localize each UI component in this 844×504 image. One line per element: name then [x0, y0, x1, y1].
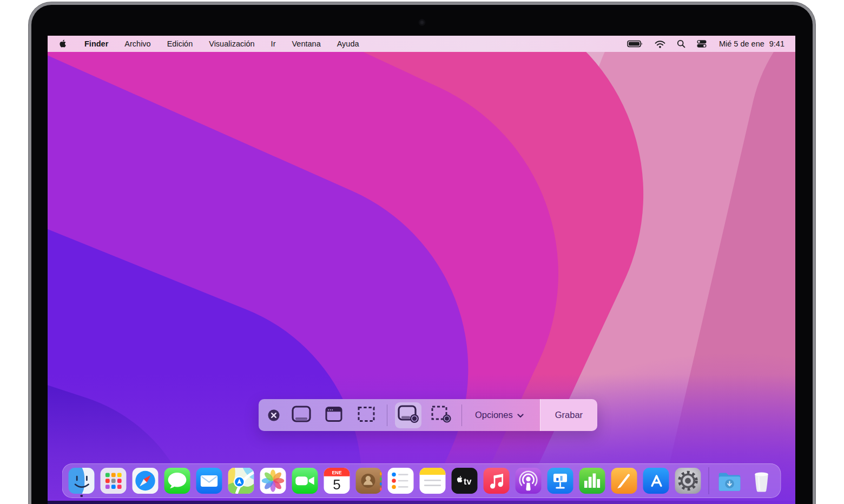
options-label: Opciones [475, 410, 513, 420]
dock-mail[interactable] [196, 467, 223, 494]
menu-bar: FinderArchivoEdiciónVisualizaciónIrVenta… [48, 36, 795, 52]
menu-visualizacion[interactable]: Visualización [209, 39, 254, 48]
dock: ENE 5 tv [62, 463, 781, 498]
capture-window-button[interactable] [320, 402, 347, 428]
wallpaper-wave [48, 105, 417, 504]
menu-ayuda[interactable]: Ayuda [337, 39, 359, 48]
capture-selection-icon [355, 405, 378, 426]
dock-contacts[interactable] [355, 467, 383, 494]
wallpaper-wave [226, 36, 795, 504]
svg-text:5: 5 [333, 476, 340, 493]
record-entire-screen-button[interactable] [395, 402, 421, 428]
page: { "colors": { "menubar_bg": "#f4cbe9", "… [0, 0, 844, 504]
dock-facetime[interactable] [292, 467, 319, 494]
dock-notes[interactable] [419, 467, 446, 494]
menu-edicion[interactable]: Edición [167, 39, 193, 48]
record-button[interactable]: Grabar [540, 399, 597, 431]
spotlight-icon[interactable] [677, 39, 685, 48]
wallpaper-wave [48, 36, 711, 504]
running-indicator [80, 495, 83, 498]
capture-selection-button[interactable] [353, 402, 379, 428]
dock-divider [709, 467, 709, 494]
options-dropdown[interactable]: Opciones [470, 410, 532, 420]
screenshot-toolbar: Opciones Grabar [259, 399, 597, 431]
screenshot-toolbar-main: Opciones [259, 399, 540, 431]
dock-system-preferences[interactable] [675, 467, 702, 494]
wallpaper-wave [312, 36, 795, 504]
dock-music[interactable] [483, 467, 510, 494]
dock-downloads[interactable] [716, 467, 743, 494]
record-selection-icon [429, 404, 453, 426]
dock-apple-tv[interactable]: tv [451, 467, 478, 494]
screen: FinderArchivoEdiciónVisualizaciónIrVenta… [48, 36, 795, 504]
camera-dot [420, 20, 425, 25]
dock-finder[interactable] [68, 467, 95, 494]
wifi-icon[interactable] [655, 40, 665, 48]
clock[interactable]: Mié 5 de ene 9:41 [719, 39, 784, 48]
screen-bottom-edge [48, 501, 795, 504]
dock-reminders[interactable] [387, 467, 414, 494]
wallpaper-wave [595, 36, 795, 504]
clock-date: Mié 5 de ene [719, 39, 764, 48]
apple-menu[interactable] [58, 39, 66, 49]
wallpaper-wave [48, 36, 531, 504]
dock-launchpad[interactable] [100, 467, 127, 494]
toolbar-separator [387, 404, 387, 426]
capture-group [288, 402, 379, 428]
svg-text:tv: tv [464, 476, 471, 486]
wallpaper-wave [403, 36, 795, 504]
capture-window-icon [322, 405, 345, 426]
menu-archivo[interactable]: Archivo [124, 39, 150, 48]
close-button[interactable] [267, 408, 281, 422]
dock-trash[interactable] [748, 467, 775, 494]
record-group [395, 402, 454, 428]
capture-screen-icon [290, 405, 313, 426]
record-selection-button[interactable] [427, 402, 454, 428]
dock-pages[interactable] [611, 467, 638, 494]
dock-numbers[interactable] [579, 467, 606, 494]
menu-finder[interactable]: Finder [84, 39, 108, 48]
wallpaper-glow [48, 36, 795, 504]
chevron-down-icon [517, 410, 524, 420]
dock-messages[interactable] [164, 467, 191, 494]
battery-icon[interactable] [627, 40, 643, 48]
status-area: Mié 5 de ene 9:41 [627, 39, 784, 48]
dock-calendar[interactable]: ENE 5 [324, 467, 351, 494]
dock-app-store[interactable] [643, 467, 670, 494]
menu-list: FinderArchivoEdiciónVisualizaciónIrVenta… [58, 39, 359, 49]
control-center-icon[interactable] [697, 40, 707, 48]
clock-time: 9:41 [769, 39, 784, 48]
svg-text:ENE: ENE [332, 470, 341, 475]
dock-maps[interactable] [228, 467, 255, 494]
wallpaper-wave [48, 36, 626, 504]
menu-ir[interactable]: Ir [271, 39, 276, 48]
dock-safari[interactable] [132, 467, 159, 494]
dock-podcasts[interactable] [515, 467, 542, 494]
menu-ventana[interactable]: Ventana [292, 39, 320, 48]
dock-keynote[interactable] [547, 467, 574, 494]
record-screen-icon [397, 404, 420, 426]
toolbar-separator [461, 404, 462, 426]
dock-photos[interactable] [260, 467, 287, 494]
wallpaper-wave [48, 36, 485, 345]
record-label: Grabar [555, 410, 583, 420]
capture-entire-screen-button[interactable] [288, 402, 314, 428]
